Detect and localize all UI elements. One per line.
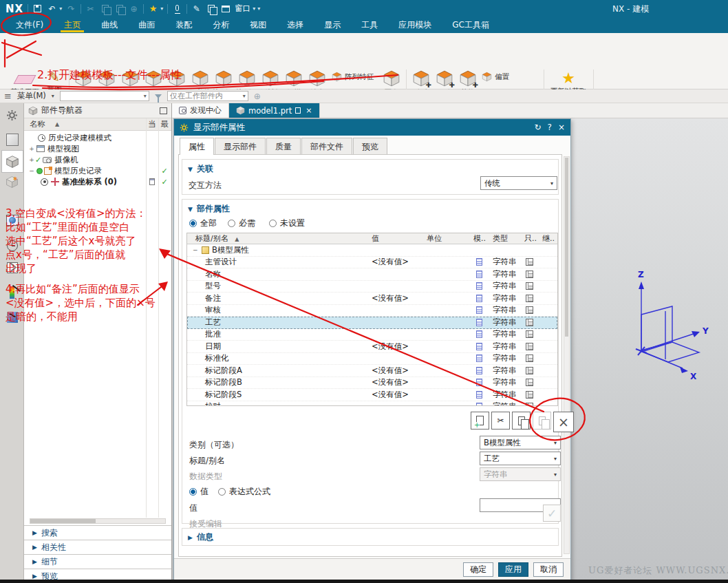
tree-item-history-mode[interactable]: 历史记录建模模式 [24,132,171,143]
ribbon-tab[interactable]: 曲线 [92,17,127,33]
datatype-combo[interactable]: 字符串▾ [480,467,561,481]
tree-item-cameras[interactable]: + ✓ 摄像机 [24,154,171,165]
radio-icon[interactable] [189,220,197,227]
cancel-button[interactable]: 取消 [533,562,564,577]
interaction-method-combo[interactable]: 传统▾ [480,176,557,190]
dialog-reset-icon[interactable]: ↻ [535,123,542,132]
copy-icon[interactable] [100,3,110,14]
part-attributes-header[interactable]: ▼ 部件属性 [182,200,558,215]
scope-combo[interactable]: 仅在工作部件内▾ [167,91,248,101]
attribute-row[interactable]: 日期 <没有值> 字符串 [187,341,557,353]
tab-discovery-center[interactable]: 发现中心 [172,103,229,118]
attribute-row[interactable]: 校对 字符串 [187,401,557,407]
filter-radio-required[interactable]: 必需 [228,218,255,229]
system-visualization-icon[interactable] [2,307,22,327]
attribute-row[interactable]: 标准化 字符串 [187,353,557,365]
scrollbar-thumb[interactable] [565,158,568,337]
save-icon[interactable] [32,3,43,14]
ribbon-tab[interactable]: 工具 [352,17,387,33]
filter-icon[interactable] [155,94,162,98]
touch-mode-icon[interactable]: ✎ [191,3,202,14]
window-icon[interactable] [220,3,231,14]
window-cascade-icon[interactable] [206,3,216,14]
expression-formula-radio[interactable]: 表达式公式 [218,486,270,498]
ribbon-tab[interactable]: GC工具箱 [443,17,498,33]
undock-icon[interactable] [160,107,167,114]
column-current[interactable]: 当 [146,119,158,129]
ribbon-tab[interactable]: 文件(F) [7,17,52,33]
dialog-close-icon[interactable]: × [558,123,565,132]
new-attribute-button[interactable] [471,412,489,430]
information-header[interactable]: ▶ 信息 [182,529,558,543]
navigator-column-header[interactable]: 名称 ▲ 当 最 [24,118,171,131]
apply-button[interactable]: 应用 [498,562,528,577]
title-alias-combo[interactable]: 工艺▾ [480,452,561,465]
dialog-tab[interactable]: 显示部件 [215,138,266,156]
collapse-icon[interactable]: − [193,246,199,253]
window-menu[interactable]: 窗口 [235,3,250,14]
radio-icon[interactable] [189,488,197,496]
expander-icon[interactable]: + [28,156,35,163]
ribbon-tab[interactable]: 装配 [167,17,201,33]
association-header[interactable]: ▼ 关联 [182,160,558,175]
part-navigator-icon[interactable] [1,150,23,173]
section-details[interactable]: ▶ 细节 [24,554,171,569]
pattern-feature-button[interactable]: 阵列特征 [332,72,374,82]
cut-attribute-button[interactable]: ✂ [491,412,510,430]
dialog-help-icon[interactable]: ? [548,123,552,132]
navigator-h-scrollbar[interactable] [30,518,166,524]
attribute-row[interactable]: 备注 <没有值> 字符串 [187,293,557,305]
copy-attribute-button[interactable] [512,412,531,430]
attribute-row[interactable]: 标记阶段A <没有值> 字符串 [187,365,557,377]
delete-value-button[interactable]: × [553,412,574,432]
attribute-row[interactable]: 型号 字符串 [187,281,557,293]
filter-radio-unset[interactable]: 未设置 [269,218,305,229]
dialog-tab[interactable]: 属性 [180,138,214,155]
attribute-row[interactable]: 主管设计 <没有值> 字符串 [187,257,557,269]
attribute-row[interactable]: 标记阶段B <没有值> 字符串 [187,377,557,390]
process-tools-icon[interactable] [2,257,22,277]
ribbon-tab[interactable]: 显示 [315,17,350,33]
history-palette-icon[interactable] [2,235,22,255]
ribbon-tab[interactable]: 曲面 [129,17,164,33]
tree-item-model-history[interactable]: − 模型历史记录 ✓ [24,165,171,176]
favorites-dropdown-icon[interactable]: ▾ [160,6,163,12]
tab-model1-prt[interactable]: model1.prt × [229,103,320,118]
radio-icon[interactable] [218,488,226,496]
roles-palette-icon[interactable] [2,282,22,302]
roles-gear-icon[interactable] [2,105,22,125]
expander-icon[interactable]: − [28,167,35,174]
datum-csys-graphic[interactable]: Z Y X [606,265,728,403]
attribute-row[interactable]: 批准 字符串 [187,329,557,341]
ribbon-tab[interactable]: 视图 [241,17,275,33]
ok-button[interactable]: 确定 [463,562,493,577]
section-search[interactable]: ▶ 搜索 [24,525,171,540]
category-combo[interactable]: B模型属性▾ [480,436,561,449]
tree-item-model-views[interactable]: + 模型视图 [24,143,171,154]
menu-button[interactable]: 菜单(M) [17,91,46,101]
tree-item-datum-csys[interactable]: 基准坐标系 (0) ✓ [24,176,171,187]
ribbon-tab[interactable]: 分析 [204,17,238,33]
assembly-navigator-icon[interactable] [2,129,22,149]
filter-radio-all[interactable]: 全部 [189,218,217,229]
microphone-icon[interactable] [172,3,182,14]
undo-dropdown-icon[interactable]: ▾ [59,6,62,12]
favorites-star-icon[interactable]: ★ [148,3,158,14]
close-tab-icon[interactable]: × [306,106,312,115]
menu-dropdown-icon[interactable]: ▾ [52,93,54,99]
attribute-row[interactable]: 工艺 字符串 [187,317,557,329]
window-menu-dropdown-icon[interactable]: ▾ [253,6,255,12]
section-dependencies[interactable]: ▶ 相关性 [24,540,171,554]
ribbon-tab[interactable]: 主页 [55,17,89,33]
attribute-row[interactable]: 标记阶段S <没有值> 字符串 [187,389,557,401]
scrollbar-thumb[interactable] [30,519,96,523]
column-name[interactable]: 名称 [24,119,45,129]
ribbon-options-icon[interactable]: ▾ [257,6,260,12]
dialog-title-bar[interactable]: 显示部件属性 ↻ ? × [174,119,570,136]
offset-button[interactable]: 偏置 [482,72,509,82]
value-radio[interactable]: 值 [189,486,208,498]
constraint-navigator-icon[interactable]: ✱ [2,172,22,192]
dialog-scrollbar[interactable] [564,156,570,554]
cut-icon[interactable]: ✂ [85,3,96,14]
attribute-row[interactable]: 名称 字符串 [187,268,557,281]
